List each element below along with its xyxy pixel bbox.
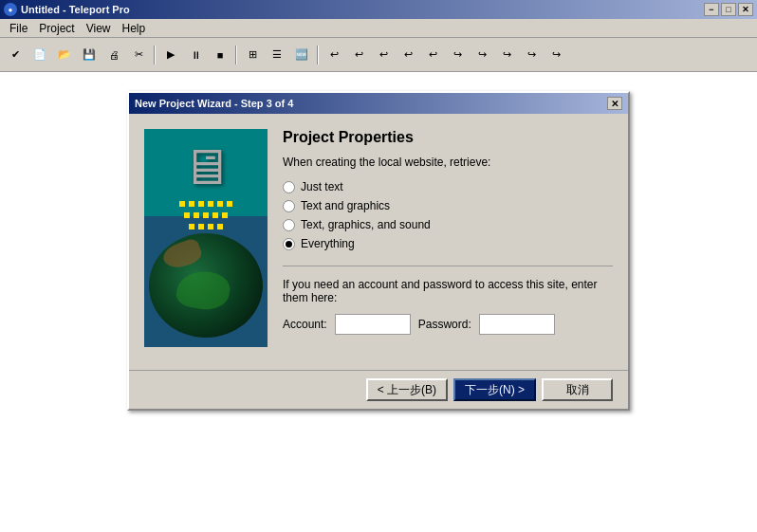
toolbar-btn-3[interactable]: 📂: [53, 44, 76, 66]
next-button[interactable]: 下一步(N) >: [453, 378, 536, 401]
toolbar-sep-3: [317, 46, 319, 64]
dialog-close-button[interactable]: ✕: [607, 97, 622, 110]
dots-decoration-2: [184, 212, 228, 218]
radio-text-graphics-sound[interactable]: Text, graphics, and sound: [283, 218, 613, 231]
app-title: Untitled - Teleport Pro: [21, 4, 704, 15]
toolbar-fwd-5[interactable]: ↪: [545, 44, 567, 66]
radio-input-text-graphics[interactable]: [283, 200, 295, 212]
account-fields: Account: Password:: [283, 314, 613, 335]
dialog-body: 🖥 Project Properties When creati: [129, 114, 628, 362]
wizard-dialog: New Project Wizard - Step 3 of 4 ✕ 🖥: [127, 91, 630, 411]
toolbar-fwd-1[interactable]: ↪: [446, 44, 469, 66]
menu-bar: File Project View Help: [0, 19, 757, 38]
toolbar-back-3[interactable]: ↩: [372, 44, 395, 66]
menu-help[interactable]: Help: [117, 20, 152, 37]
dots-decoration-3: [189, 224, 223, 229]
radio-everything[interactable]: Everything: [283, 237, 613, 250]
password-label: Password:: [418, 318, 471, 331]
toolbar-fwd-3[interactable]: ↪: [495, 44, 518, 66]
dialog-title-bar: New Project Wizard - Step 3 of 4 ✕: [129, 93, 628, 114]
radio-input-just-text[interactable]: [283, 181, 295, 193]
dialog-footer: < 上一步(B) 下一步(N) > 取消: [129, 370, 628, 409]
toolbar-btn-2[interactable]: 📄: [28, 44, 51, 66]
computer-graphic: 🖥: [181, 138, 231, 195]
account-label: Account:: [283, 318, 327, 331]
password-input[interactable]: [479, 314, 555, 335]
radio-just-text[interactable]: Just text: [283, 180, 613, 193]
title-bar: ● Untitled - Teleport Pro − □ ✕: [0, 0, 757, 19]
dialog-title: New Project Wizard - Step 3 of 4: [135, 98, 607, 109]
wizard-image: 🖥: [144, 129, 268, 347]
maximize-button[interactable]: □: [721, 3, 736, 16]
menu-project[interactable]: Project: [33, 20, 80, 37]
account-description: If you need an account and password to a…: [283, 278, 613, 304]
section-title: Project Properties: [283, 129, 613, 146]
toolbar-grid[interactable]: ⊞: [241, 44, 264, 66]
toolbar-sep-2: [235, 46, 237, 64]
earth-graphic: [149, 233, 263, 338]
minimize-button[interactable]: −: [704, 3, 719, 16]
radio-label-text-graphics-sound: Text, graphics, and sound: [301, 218, 431, 231]
toolbar-sep-1: [154, 46, 156, 64]
radio-label-text-graphics: Text and graphics: [301, 199, 390, 212]
toolbar-btn-5[interactable]: 🖨: [102, 44, 125, 66]
toolbar-stop[interactable]: ■: [209, 44, 231, 66]
dialog-overlay: New Project Wizard - Step 3 of 4 ✕ 🖥: [0, 72, 757, 532]
menu-file[interactable]: File: [4, 20, 33, 37]
radio-text-graphics[interactable]: Text and graphics: [283, 199, 613, 212]
radio-input-text-graphics-sound[interactable]: [283, 219, 295, 231]
toolbar-back-1[interactable]: ↩: [323, 44, 345, 66]
close-button[interactable]: ✕: [738, 3, 753, 16]
toolbar-fwd-4[interactable]: ↪: [520, 44, 543, 66]
toolbar-back-4[interactable]: ↩: [397, 44, 419, 66]
toolbar-pause[interactable]: ⏸: [184, 44, 207, 66]
toolbar-list[interactable]: ☰: [266, 44, 288, 66]
cancel-button[interactable]: 取消: [542, 378, 613, 401]
toolbar-new[interactable]: 🆕: [290, 44, 313, 66]
title-bar-buttons: − □ ✕: [704, 3, 753, 16]
toolbar: ✔ 📄 📂 💾 🖨 ✂ ▶ ⏸ ■ ⊞ ☰ 🆕 ↩ ↩ ↩ ↩ ↩ ↪ ↪ ↪ …: [0, 38, 757, 72]
toolbar-back-5[interactable]: ↩: [421, 44, 444, 66]
toolbar-btn-6[interactable]: ✂: [127, 44, 150, 66]
dialog-right-panel: Project Properties When creating the loc…: [283, 129, 613, 347]
toolbar-play[interactable]: ▶: [159, 44, 182, 66]
toolbar-fwd-2[interactable]: ↪: [471, 44, 493, 66]
retrieve-description: When creating the local website, retriev…: [283, 156, 613, 169]
toolbar-back-2[interactable]: ↩: [347, 44, 370, 66]
toolbar-btn-1[interactable]: ✔: [4, 44, 27, 66]
menu-view[interactable]: View: [81, 20, 117, 37]
radio-label-everything: Everything: [301, 237, 355, 250]
toolbar-btn-4[interactable]: 💾: [78, 44, 101, 66]
account-input[interactable]: [335, 314, 411, 335]
app-icon: ●: [4, 3, 17, 16]
radio-group: Just text Text and graphics Text, graphi…: [283, 180, 613, 250]
radio-input-everything[interactable]: [283, 238, 295, 250]
radio-label-just-text: Just text: [301, 180, 343, 193]
back-button[interactable]: < 上一步(B): [366, 378, 448, 401]
account-section: If you need an account and password to a…: [283, 266, 613, 335]
dots-decoration: [179, 201, 232, 207]
